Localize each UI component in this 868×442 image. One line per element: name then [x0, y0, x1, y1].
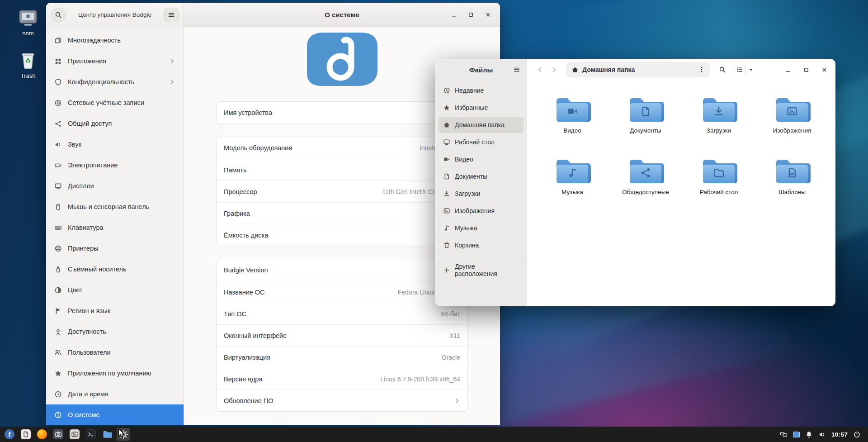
folder-item[interactable]: Рабочий стол [687, 156, 750, 195]
about-row[interactable]: Название ОС Fedora Linux 39 (MAT [217, 281, 467, 303]
tablet-tray-icon[interactable] [793, 432, 800, 437]
about-row[interactable]: Модель оборудования innotek GmbH [217, 137, 467, 159]
place-item[interactable]: Документы [439, 168, 524, 185]
control-center-window: Центр управления Budgie Многозадачность … [46, 3, 500, 425]
software-card: Budgie Version Название ОС Fedora Linux … [216, 259, 468, 412]
session-exit-icon[interactable] [853, 431, 861, 438]
close-button[interactable] [818, 64, 830, 76]
desktop-icon-home[interactable]: nnm [8, 8, 48, 37]
taskbar: f 10:57 [0, 427, 868, 442]
screenshot-tool-launcher[interactable] [52, 428, 65, 441]
maximize-button[interactable] [800, 64, 812, 76]
place-item[interactable]: Изображения [439, 203, 524, 219]
place-label: Домашняя папка [455, 121, 505, 128]
path-bar[interactable]: Домашняя папка [566, 62, 710, 77]
settings-nav-item[interactable]: Общий доступ [46, 113, 184, 134]
about-row[interactable]: Имя устройства nnm-c [217, 102, 467, 124]
forward-button[interactable] [547, 62, 561, 77]
settings-nav-item[interactable]: Сетевые учётные записи [46, 92, 184, 113]
minimize-button[interactable] [448, 9, 459, 21]
settings-nav-item[interactable]: Регион и язык [46, 300, 184, 321]
image-viewer-launcher[interactable] [68, 428, 81, 441]
files-launcher[interactable] [100, 428, 114, 441]
view-switcher-button[interactable] [734, 62, 756, 77]
settings-nav-item[interactable]: Электропитание [46, 155, 184, 176]
about-row[interactable]: Ёмкость диска [217, 224, 467, 246]
about-row[interactable]: Budgie Version [217, 259, 467, 281]
settings-nav-item[interactable]: Цвет [46, 280, 184, 300]
folder-item[interactable]: Видео [541, 94, 604, 134]
place-item[interactable]: Загрузки [439, 185, 524, 202]
notifications-bell-icon[interactable] [805, 431, 813, 438]
place-item[interactable]: Рабочий стол [439, 134, 524, 150]
about-row[interactable]: Оконный интерфейс X11 [217, 324, 467, 346]
main-menu-button[interactable] [164, 8, 179, 22]
settings-nav-item[interactable]: Съёмный носитель [46, 259, 184, 280]
settings-nav-item[interactable]: Клавиатура [46, 217, 184, 238]
settings-nav-item[interactable]: Пользователи [46, 342, 184, 363]
place-item[interactable]: Музыка [439, 220, 524, 236]
displays-tray-icon[interactable] [780, 431, 788, 438]
settings-nav-item[interactable]: Доступность [46, 321, 184, 342]
about-row[interactable]: Графика Software [217, 202, 467, 224]
place-item[interactable]: Домашняя папка [439, 117, 524, 133]
row-label: Версия ядра [224, 375, 262, 383]
caret-down-icon [748, 67, 754, 73]
fedora-menu-button[interactable]: f [3, 428, 16, 441]
search-button[interactable] [51, 8, 66, 22]
settings-launcher[interactable] [117, 428, 130, 441]
desktop-icon-trash[interactable]: Trash [8, 51, 48, 79]
place-item[interactable]: Видео [439, 151, 524, 167]
about-row[interactable]: Виртуализация Oracle [217, 346, 467, 368]
place-item[interactable]: Избранные [439, 100, 524, 116]
folder-item[interactable]: Общедоступные [614, 156, 677, 195]
files-menu-button[interactable] [510, 63, 524, 76]
place-label: Рабочий стол [455, 138, 495, 146]
settings-nav-item[interactable]: Приложения по умолчанию [46, 363, 184, 384]
about-row[interactable]: Тип ОС 64-бит [217, 303, 467, 324]
settings-nav-item[interactable]: Звук [46, 134, 184, 155]
settings-nav-item[interactable]: Приложения [46, 51, 184, 71]
settings-nav-item[interactable]: Конфиденциальность [46, 71, 184, 92]
folder-item[interactable]: Загрузки [687, 94, 750, 134]
settings-nav-item[interactable]: О системе [46, 404, 184, 425]
multitask-icon [54, 37, 62, 44]
back-button[interactable] [533, 62, 547, 77]
search-button[interactable] [715, 62, 730, 77]
settings-nav-item[interactable]: Дисплеи [46, 176, 184, 196]
image-viewer-icon [70, 429, 80, 439]
folder-item[interactable]: Изображения [760, 94, 824, 134]
share-icon [54, 120, 62, 128]
about-row[interactable]: Версия ядра Linux 6.7.9-200.fc39.x86_64 [217, 368, 467, 390]
folder-item[interactable]: Музыка [541, 156, 604, 195]
settings-nav-item[interactable]: Дата и время [46, 384, 184, 404]
image-icon [443, 207, 450, 214]
place-item[interactable]: Недавние [439, 82, 524, 99]
clock[interactable]: 10:57 [831, 431, 848, 438]
close-button[interactable] [482, 9, 494, 21]
display-icon [54, 182, 62, 190]
folder-item[interactable]: Шаблоны [760, 156, 824, 195]
other-locations-item[interactable]: Другие расположения [439, 262, 524, 278]
settings-nav-item[interactable]: Многозадачность [46, 30, 184, 51]
about-row[interactable]: Обновление ПО [217, 390, 467, 411]
place-item[interactable]: Корзина [439, 237, 524, 253]
settings-nav-item[interactable]: Мышь и сенсорная панель [46, 196, 184, 217]
folder-item[interactable]: Документы [614, 94, 677, 134]
folder-icon [700, 94, 738, 124]
camera-icon [53, 429, 63, 439]
about-row[interactable]: Память [217, 159, 467, 181]
about-row[interactable]: Процессор 11th Gen Intel® Core™ i7-1 [217, 181, 467, 202]
maximize-button[interactable] [465, 9, 476, 21]
terminal-launcher[interactable] [84, 428, 98, 441]
volume-icon[interactable] [818, 431, 826, 438]
place-label: Избранные [455, 104, 488, 111]
settings-nav-label: Сетевые учётные записи [68, 99, 175, 106]
folder-icon [627, 156, 665, 185]
file-manager-launcher[interactable] [19, 428, 33, 441]
firefox-launcher[interactable] [35, 428, 49, 441]
row-label: Ёмкость диска [224, 232, 268, 239]
path-menu-button[interactable] [695, 63, 708, 76]
minimize-button[interactable] [782, 64, 794, 76]
settings-nav-item[interactable]: Принтеры [46, 238, 184, 259]
